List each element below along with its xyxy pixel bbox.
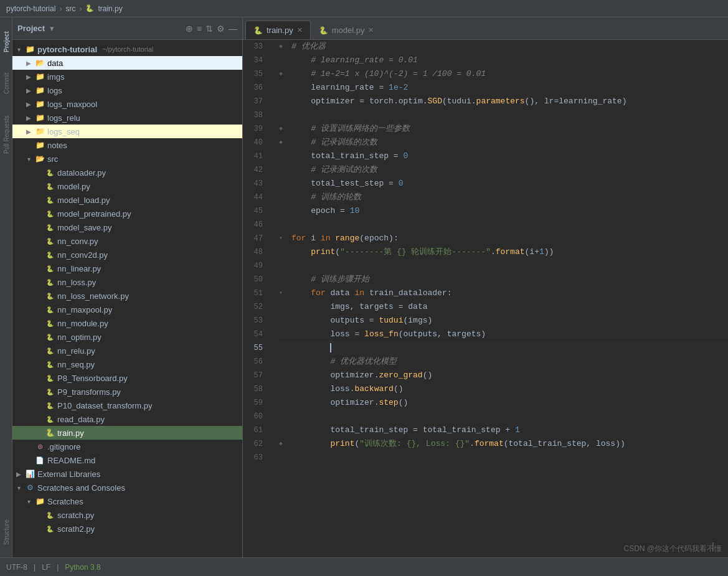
tree-item-scratches[interactable]: ▾ 📁 Scratches — [12, 494, 242, 508]
nn-relu-icon: 🐍 — [45, 346, 55, 356]
tree-item-data[interactable]: ▶ 📂 data — [12, 56, 242, 70]
code-36: learning_rate = 1e-2 — [291, 81, 408, 95]
tree-item-model-load[interactable]: ▶ 🐍 model_load.py — [12, 193, 242, 207]
tree-item-nn-relu[interactable]: ▶ 🐍 nn_relu.py — [12, 344, 242, 357]
code-41: total_train_step = 0 — [291, 149, 408, 163]
tab-model-py-close[interactable]: ✕ — [368, 26, 374, 34]
tree-item-nn-loss[interactable]: ▶ 🐍 nn_loss.py — [12, 275, 242, 289]
code-47: for i in range(epoch): — [291, 232, 399, 245]
code-editor[interactable]: 33 34 35 36 37 38 39 40 41 42 43 44 45 4… — [243, 40, 728, 557]
breadcrumb-file: train.py — [98, 4, 122, 13]
tree-item-scrath2-py[interactable]: ▶ 🐍 scrath2.py — [12, 522, 242, 536]
scratch-py-icon: 🐍 — [45, 510, 55, 520]
tree-item-nn-seq[interactable]: ▶ 🐍 nn_seq.py — [12, 357, 242, 371]
tree-item-nn-module[interactable]: ▶ 🐍 nn_module.py — [12, 316, 242, 330]
side-icons-panel: Project Commit Pull Requests Structure — [0, 17, 12, 557]
tree-item-nn-conv[interactable]: ▶ 🐍 nn_conv.py — [12, 234, 242, 248]
panel-icon-settings[interactable]: ⚙ — [217, 24, 225, 34]
data-arrow: ▶ — [25, 59, 32, 67]
tree-root-label: pytorch-tutorial — [37, 45, 97, 54]
breadcrumb-sep1: › — [59, 4, 62, 13]
tree-item-src[interactable]: ▾ 📂 src — [12, 152, 242, 166]
code-48: print("--------第 {} 轮训练开始-------".format… — [291, 245, 554, 259]
fold-marker-39: ◆ — [279, 122, 291, 136]
model-load-label: model_load.py — [57, 196, 110, 205]
tree-item-gitignore[interactable]: ▶ ⊛ .gitignore — [12, 440, 242, 453]
tree-item-model-save[interactable]: ▶ 🐍 model_save.py — [12, 220, 242, 234]
tab-model-py[interactable]: 🐍 model.py ✕ — [311, 21, 382, 39]
nn-loss-network-icon: 🐍 — [45, 291, 55, 301]
code-line-45: epoch = 10 — [279, 204, 728, 218]
tree-item-nn-linear[interactable]: ▶ 🐍 nn_linear.py — [12, 262, 242, 275]
tree-item-dataloader[interactable]: ▶ 🐍 dataloader.py — [12, 166, 242, 179]
code-line-63 — [279, 451, 728, 465]
tree-item-logs-relu[interactable]: ▶ 📁 logs_relu — [12, 111, 242, 125]
code-content[interactable]: ◆ # 优化器 # learning_rate = 0.01 ◆ # 1e-2=… — [274, 40, 728, 557]
tree-item-ext-lib[interactable]: ▶ 📊 External Libraries — [12, 467, 242, 481]
sidebar-item-pull-requests[interactable]: Pull Requests — [0, 103, 12, 166]
code-37: optimizer = torch.optim.SGD(tudui.parame… — [291, 95, 626, 108]
model-label: model.py — [57, 182, 90, 191]
imgs-arrow: ▶ — [25, 73, 32, 80]
logs-arrow: ▶ — [25, 87, 32, 94]
tree-item-nn-optim[interactable]: ▶ 🐍 nn_optim.py — [12, 330, 242, 344]
tree-item-logs-seq[interactable]: ▶ 📁 logs_seq — [12, 125, 242, 138]
panel-icon-menu[interactable]: ≡ — [197, 24, 202, 34]
model-load-icon: 🐍 — [45, 195, 55, 205]
panel-icon-collapse[interactable]: — — [229, 24, 237, 34]
code-45: epoch = 10 — [291, 204, 359, 218]
panel-icon-new[interactable]: ⊕ — [186, 24, 193, 34]
ext-lib-label: External Libraries — [37, 470, 100, 479]
tree-item-scratch-py[interactable]: ▶ 🐍 scratch.py — [12, 508, 242, 522]
sidebar-item-commit[interactable]: Commit — [0, 65, 12, 102]
sidebar-item-project[interactable]: Project — [0, 20, 12, 64]
ln-35: 35 — [243, 67, 268, 81]
tree-item-imgs[interactable]: ▶ 📁 imgs — [12, 70, 242, 83]
tree-root[interactable]: ▾ 📁 pytorch-tutorial ~/pytorch-tutorial — [12, 42, 242, 56]
tree-item-nn-conv2d[interactable]: ▶ 🐍 nn_conv2d.py — [12, 248, 242, 262]
code-line-52: imgs, targets = data — [279, 300, 728, 314]
code-line-61: total_train_step = total_train_step + 1 — [279, 423, 728, 437]
scratch-py-label: scratch.py — [57, 511, 94, 520]
tree-item-scratches-consoles[interactable]: ▾ ⚙ Scratches and Consoles — [12, 481, 242, 494]
tab-train-py[interactable]: 🐍 train.py ✕ — [245, 21, 311, 39]
tree-item-nn-loss-network[interactable]: ▶ 🐍 nn_loss_network.py — [12, 289, 242, 303]
tree-item-logs[interactable]: ▶ 📁 logs — [12, 83, 242, 97]
tree-item-model[interactable]: ▶ 🐍 model.py — [12, 179, 242, 193]
line-numbers: 33 34 35 36 37 38 39 40 41 42 43 44 45 4… — [243, 40, 274, 557]
read-data-label: read_data.py — [57, 415, 105, 424]
code-line-60 — [279, 410, 728, 423]
tree-item-train[interactable]: ▶ 🐍 train.py — [12, 426, 242, 440]
tree-item-readme[interactable]: ▶ 📄 README.md — [12, 453, 242, 467]
tree-item-logs-maxpool[interactable]: ▶ 📁 logs_maxpool — [12, 97, 242, 111]
tree-item-p10[interactable]: ▶ 🐍 P10_dataset_transform.py — [12, 399, 242, 412]
code-57: optimizer.zero_grad() — [291, 369, 432, 382]
tree-item-model-pretrained[interactable]: ▶ 🐍 model_pretrained.py — [12, 207, 242, 220]
breadcrumb-src[interactable]: src — [65, 4, 75, 13]
ln-56: 56 — [243, 355, 268, 369]
breadcrumb-project[interactable]: pytorch-tutorial — [6, 4, 55, 13]
code-62: print("训练次数: {}, Loss: {}".format(total_… — [291, 437, 625, 451]
nn-maxpool-label: nn_maxpool.py — [57, 305, 112, 314]
ln-37: 37 — [243, 95, 268, 108]
nn-loss-icon: 🐍 — [45, 277, 55, 287]
sidebar-item-structure[interactable]: Structure — [0, 508, 12, 557]
code-line-48: print("--------第 {} 轮训练开始-------".format… — [279, 245, 728, 259]
p8-icon: 🐍 — [45, 373, 55, 383]
tree-item-nn-maxpool[interactable]: ▶ 🐍 nn_maxpool.py — [12, 303, 242, 316]
tree-item-notes[interactable]: ▶ 📁 notes — [12, 138, 242, 152]
fold-marker-47: ▾ — [279, 232, 291, 245]
nn-seq-label: nn_seq.py — [57, 360, 95, 369]
comment-34: # learning_rate = 0.01 — [291, 54, 418, 67]
tree-item-p8[interactable]: ▶ 🐍 P8_Tensorboard.py — [12, 371, 242, 385]
ln-39: 39 — [243, 122, 268, 136]
code-54: loss = loss_fn(outputs, targets) — [291, 328, 486, 341]
tree-item-p9[interactable]: ▶ 🐍 P9_transforms.py — [12, 385, 242, 399]
tab-train-py-close[interactable]: ✕ — [297, 26, 303, 34]
tab-model-py-icon: 🐍 — [319, 26, 328, 35]
panel-icon-sort[interactable]: ⇅ — [206, 24, 213, 34]
tree-item-read-data[interactable]: ▶ 🐍 read_data.py — [12, 412, 242, 426]
panel-dropdown-icon[interactable]: ▾ — [50, 24, 54, 33]
panel-header: Project ▾ ⊕ ≡ ⇅ ⚙ — — [12, 17, 242, 40]
code-line-54: loss = loss_fn(outputs, targets) — [279, 328, 728, 341]
